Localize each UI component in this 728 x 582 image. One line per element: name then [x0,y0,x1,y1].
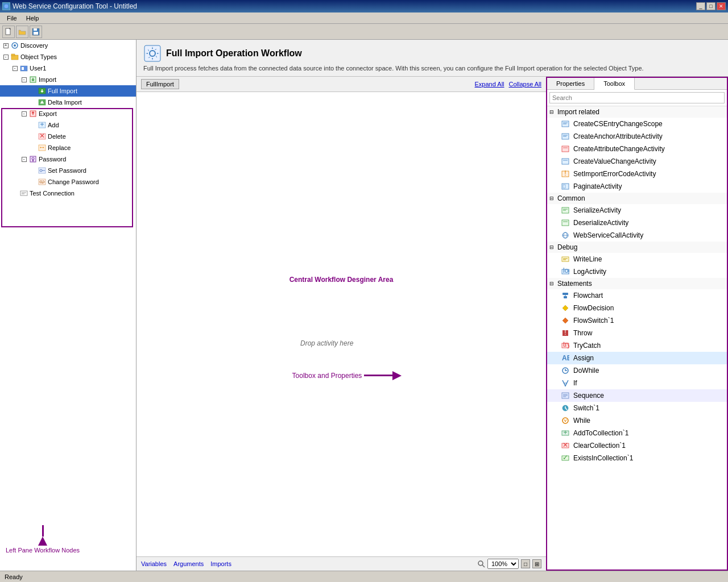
maximize-button[interactable]: □ [706,2,715,10]
expand-delta-import [28,98,38,107]
toolbox-item-flowswitch[interactable]: FlowSwitch`1 [547,314,727,327]
designer-canvas[interactable]: Central Workflow Desginer Area Drop acti… [136,92,546,556]
right-area: Full Import Operation Workflow Full Impo… [136,40,728,571]
toolbox-item-flowdecision[interactable]: FlowDecision [547,302,727,314]
toolbox-search-input[interactable] [549,92,725,103]
expand-all-button[interactable]: Expand All [475,81,504,88]
main-container: + Discovery - Object Types - [0,40,728,571]
toolbox-item-flowchart[interactable]: Flowchart [547,289,727,302]
toolbox-item-createcsentry[interactable]: CreateCSEntryChangeScope [547,118,727,130]
svg-line-36 [482,565,485,567]
toolbox-group-header-statements[interactable]: ⊟ Statements [547,278,727,289]
save-button[interactable] [30,26,42,38]
toolbox-annotation-text: Toolbox and Properties [292,372,362,380]
full-import-icon [38,86,47,95]
tab-toolbox[interactable]: Toolbox [594,78,635,90]
sidebar-item-add[interactable]: + Add [0,119,136,131]
arguments-tab[interactable]: Arguments [173,560,204,567]
expand-change-password [28,177,38,186]
toolbox-item-assign[interactable]: AB Assign [547,352,727,364]
toolbox-item-clearcollection[interactable]: ✕ ClearCollection`1 [547,439,727,452]
open-button[interactable] [16,26,28,38]
toolbox-item-logactivity[interactable]: log LogActivity [547,265,727,278]
expand-password[interactable]: - [19,155,28,164]
toolbox-item-webservice[interactable]: WebServiceCallActivity [547,229,727,242]
toolbox-item-while[interactable]: While [547,414,727,427]
svg-point-0 [4,4,9,9]
zoom-select[interactable]: 100% 75% 50% 150% [487,559,519,569]
toolbox-item-createattribute[interactable]: CreateAttributeChangeActivity [547,143,727,155]
sidebar-item-export[interactable]: - Export [0,108,136,119]
toolbox-item-setimporterror[interactable]: ! SetImportErrorCodeActivity [547,168,727,180]
sidebar-item-full-import[interactable]: Full Import [0,85,136,97]
sidebar-item-import[interactable]: - Import [0,74,136,85]
arrow-up-icon [38,537,47,546]
sidebar-item-discovery[interactable]: + Discovery [0,40,136,51]
variables-tab[interactable]: Variables [141,560,167,567]
trycatch-icon: try [561,341,570,350]
workflow-title: Full Import Operation Workflow [166,48,302,59]
toolbox-item-if[interactable]: If [547,377,727,389]
expand-export[interactable]: - [19,109,28,118]
replace-icon: ↔ [38,143,47,152]
collapse-all-button[interactable]: Collapse All [509,81,541,88]
toolbox-item-serialize[interactable]: SerializeActivity [547,204,727,217]
toolbox-item-throw[interactable]: ! Throw [547,327,727,339]
zoom-actual-button[interactable]: ⊞ [532,559,541,568]
sidebar-item-test-connection[interactable]: Test Connection [0,188,136,199]
expand-object-types[interactable]: - [1,52,10,61]
toolbox-group-header-common[interactable]: ⊟ Common [547,193,727,204]
sidebar-item-delete[interactable]: ✕ Delete [0,131,136,142]
sidebar-item-change-password[interactable]: Change Password [0,176,136,188]
toolbox-item-sequence[interactable]: Sequence [547,389,727,402]
toolbox-item-dowhile[interactable]: DoWhile [547,364,727,377]
app-icon [2,2,10,10]
imports-tab[interactable]: Imports [210,560,231,567]
left-pane: + Discovery - Object Types - [0,40,136,571]
collapse-statements-icon: ⊟ [549,281,555,286]
toolbox-item-createanchor[interactable]: CreateAnchorAttributeActivity [547,130,727,143]
sidebar-item-user1[interactable]: - User1 [0,63,136,74]
sidebar-item-set-password[interactable]: Set Password [0,165,136,176]
createattribute-icon [561,144,570,153]
expand-discovery[interactable]: + [1,41,10,50]
toolbox-item-switch[interactable]: Switch`1 [547,402,727,414]
drop-hint-text: Drop activity here [300,339,353,347]
toolbox-item-paginate[interactable]: PaginateActivity [547,180,727,193]
toolbox-item-trycatch[interactable]: try TryCatch [547,339,727,352]
menu-file[interactable]: File [2,14,22,23]
tab-properties[interactable]: Properties [547,78,594,89]
svg-rect-65 [564,296,567,298]
set-password-icon [38,166,47,175]
workflow-content: FullImport Expand All Collapse All Centr… [136,77,728,571]
toolbox-item-addtocollection[interactable]: + AddToCollection`1 [547,427,727,439]
toolbox-item-deserialize[interactable]: DeserializeActivity [547,217,727,229]
toolbox-group-header-import-related[interactable]: ⊟ Import related [547,106,727,118]
flowchart-icon [561,291,570,300]
close-button[interactable]: ✕ [717,2,726,10]
toolbox-group-header-debug[interactable]: ⊟ Debug [547,242,727,253]
toolbox-group-debug: ⊟ Debug WriteLine log [547,242,727,278]
toolbox-item-createvalue[interactable]: CreateValueChangeActivity [547,155,727,168]
existsincollection-icon: ✓ [561,454,570,463]
toolbox-item-existsincollection[interactable]: ✓ ExistsInCollection`1 [547,452,727,464]
toolbox-item-writeline[interactable]: WriteLine [547,253,727,265]
designer-tab-fullimport[interactable]: FullImport [141,79,179,89]
svg-text:AB: AB [562,354,569,362]
menu-help[interactable]: Help [22,14,44,23]
sidebar-item-object-types[interactable]: - Object Types [0,51,136,63]
expand-delete [28,132,38,141]
sidebar-item-delta-import[interactable]: Delta Import [0,97,136,108]
sidebar-item-password[interactable]: - Password [0,153,136,165]
svg-text:log: log [563,268,569,275]
minimize-button[interactable]: _ [696,2,705,10]
new-button[interactable] [2,26,15,38]
expand-import[interactable]: - [19,75,28,84]
expand-add [28,120,38,130]
expand-user1[interactable]: - [10,64,19,73]
debug-label: Debug [557,243,577,251]
zoom-fit-button[interactable]: □ [521,559,530,568]
add-label: Add [48,122,59,128]
sidebar-item-replace[interactable]: ↔ Replace [0,142,136,153]
createanchor-icon [561,132,570,141]
